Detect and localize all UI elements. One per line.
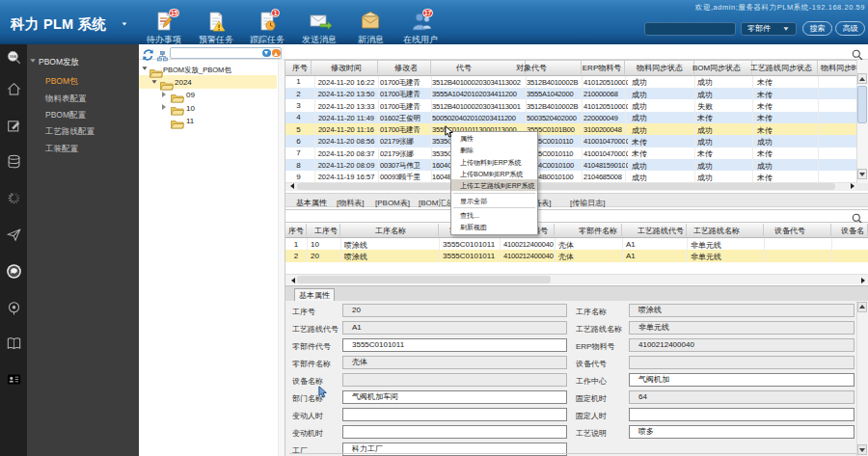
svg-text:SEA: SEA <box>10 55 17 59</box>
